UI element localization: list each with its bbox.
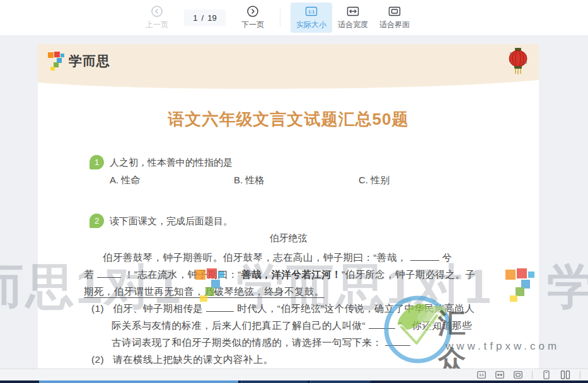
next-page-button[interactable]: 下一页 bbox=[236, 3, 270, 33]
blank-line bbox=[410, 253, 439, 261]
page-indicator[interactable]: 1 / 19 bbox=[184, 9, 226, 26]
fit-screen-label: 适合界面 bbox=[379, 20, 410, 30]
circle-chevron-left-icon bbox=[151, 5, 163, 18]
question-2-badge: 2 bbox=[89, 214, 104, 228]
one-to-one-icon: 1:1 bbox=[305, 5, 318, 18]
passage-title: 伯牙绝弦 bbox=[38, 232, 539, 244]
blank-line bbox=[97, 270, 121, 278]
toolbar-divider bbox=[280, 9, 280, 26]
taskbar-sliver bbox=[0, 380, 588, 383]
page-divider: / bbox=[202, 13, 204, 23]
fit-width-button[interactable]: 适合宽度 bbox=[332, 3, 374, 33]
passage-line-3: 期死，伯牙谓世再无知音，乃破琴绝弦，终身不复鼓。 bbox=[84, 283, 512, 300]
toolbar-group: 上一页 1 / 19 下一页 1: bbox=[140, 3, 415, 33]
document-header: 学而思 bbox=[38, 44, 539, 77]
question-1-badge: 1 bbox=[89, 155, 104, 169]
brand-logo: 学而思 bbox=[48, 52, 110, 71]
prev-page-label: 上一页 bbox=[146, 20, 168, 30]
blank-line bbox=[369, 321, 395, 329]
taskbar-segment[interactable] bbox=[241, 380, 308, 383]
question-1: 1 人之初，性本善中的性指的是 bbox=[89, 155, 233, 169]
question-2-text: 读下面课文，完成后面题目。 bbox=[110, 214, 233, 227]
viewer-canvas: 学而思 bbox=[0, 35, 588, 369]
watermark-text: 学而 bbox=[547, 255, 588, 320]
sub-question-1-line-1: (1)伯牙、钟子期相传是时代人，“伯牙绝弦”这个传说，确立了中华民族高尚人 bbox=[91, 300, 512, 317]
fit-width-icon[interactable] bbox=[495, 370, 504, 379]
fit-screen-icon[interactable] bbox=[514, 370, 522, 379]
sub-question-1-line-3: 古诗词表现了和伯牙子期类似的情感的，请选择一句写下来： bbox=[112, 334, 512, 351]
lantern-icon bbox=[507, 47, 529, 78]
bottom-toolbar: 1:1 bbox=[0, 369, 588, 380]
blank-line bbox=[206, 304, 234, 312]
one-to-one-icon[interactable]: 1:1 bbox=[477, 370, 486, 379]
taskbar-active-segment[interactable] bbox=[39, 380, 238, 383]
fit-screen-button[interactable]: 适合界面 bbox=[374, 3, 415, 33]
passage-line-2: 若！”志在流水，钟子期曰：“善哉，洋洋兮若江河！”伯牙所念，钟子期必得之。子 bbox=[84, 266, 512, 283]
fit-width-label: 适合宽度 bbox=[338, 20, 368, 30]
option-b: B. 性格 bbox=[234, 174, 359, 186]
blank-line bbox=[385, 338, 410, 346]
svg-text:1:1: 1:1 bbox=[308, 9, 314, 14]
brand-name: 学而思 bbox=[69, 52, 110, 70]
passage-line-1: 伯牙善鼓琴，钟子期善听。伯牙鼓琴，志在高山，钟子期曰：“善哉，兮 bbox=[84, 249, 512, 266]
actual-size-button[interactable]: 1:1 实际大小 bbox=[291, 3, 332, 33]
question-2: 2 读下面课文，完成后面题目。 bbox=[89, 214, 233, 228]
brand-mosaic-icon bbox=[48, 52, 64, 71]
fit-width-icon bbox=[347, 5, 359, 18]
top-toolbar: 上一页 1 / 19 下一页 1: bbox=[0, 0, 588, 35]
svg-text:1:1: 1:1 bbox=[479, 373, 483, 377]
prev-page-button[interactable]: 上一页 bbox=[140, 3, 174, 33]
toolbar-divider bbox=[580, 371, 580, 379]
taskbar-segment[interactable] bbox=[310, 380, 371, 383]
actual-size-label: 实际大小 bbox=[296, 20, 326, 30]
option-c: C. 性别 bbox=[359, 174, 389, 186]
page-current: 1 bbox=[193, 13, 197, 23]
sub-question-1-line-2: 际关系与友情的标准，后来人们把真正了解自己的人叫做“”。你还知道那些 bbox=[112, 317, 512, 334]
page-total: 19 bbox=[207, 13, 216, 23]
header-wave bbox=[38, 77, 539, 92]
sub-question-2: (2)请在横线上把缺失的课文内容补上。 bbox=[91, 351, 512, 368]
double-page-view-icon[interactable] bbox=[560, 370, 570, 379]
option-a: A. 性命 bbox=[110, 174, 234, 186]
single-page-view-icon[interactable] bbox=[542, 370, 551, 379]
fit-screen-icon bbox=[388, 5, 401, 18]
circle-chevron-right-icon bbox=[246, 5, 259, 18]
question-1-options: A. 性命 B. 性格 C. 性别 bbox=[110, 174, 389, 186]
document-page: 学而思 bbox=[38, 44, 539, 369]
passage-body: 伯牙善鼓琴，钟子期善听。伯牙鼓琴，志在高山，钟子期曰：“善哉，兮 若！”志在流水… bbox=[84, 249, 512, 368]
next-page-label: 下一页 bbox=[241, 20, 264, 30]
toolbar-divider bbox=[532, 371, 533, 379]
document-viewer-app: 上一页 1 / 19 下一页 1: bbox=[0, 0, 588, 383]
question-1-text: 人之初，性本善中的性指的是 bbox=[110, 155, 233, 169]
document-title: 语文六年级文言文试题汇总50题 bbox=[38, 108, 539, 130]
